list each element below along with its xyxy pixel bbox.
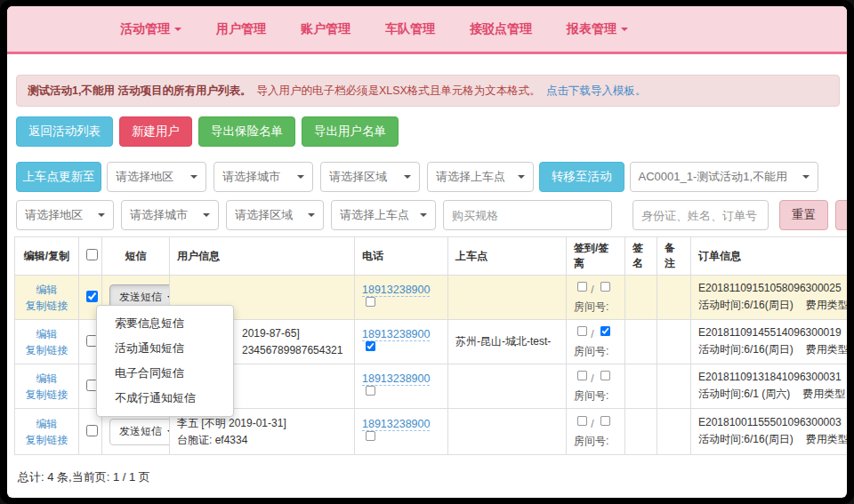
update-pickup-button[interactable]: 上车点更新至 (16, 162, 101, 192)
sms-dropdown-menu: 索要信息短信 活动通知短信 电子合同短信 不成行通知短信 (96, 305, 234, 417)
row-checkbox[interactable] (86, 291, 98, 302)
chevron-down-icon (190, 175, 197, 179)
select-value: 请选择上车点 (436, 169, 505, 185)
edit-link[interactable]: 编辑 (22, 416, 71, 432)
phone-link[interactable]: 18913238900 (362, 418, 430, 431)
nav-label: 报表管理 (567, 21, 616, 37)
checkout-checkbox[interactable] (600, 370, 610, 380)
select-value: 请选择区域 (235, 207, 293, 223)
phone-link[interactable]: 18913238900 (362, 284, 430, 297)
row-checkbox[interactable] (86, 425, 98, 436)
sign-separator: / (591, 328, 593, 340)
select-value: 请选择地区 (25, 207, 83, 223)
checkout-checkbox[interactable] (600, 415, 610, 425)
copy-link[interactable]: 复制链接 (22, 432, 71, 448)
copy-link[interactable]: 复制链接 (22, 342, 71, 358)
edit-link[interactable]: 编辑 (22, 326, 71, 342)
chevron-down-icon (420, 213, 427, 217)
phone-checkbox[interactable] (366, 297, 375, 307)
reset-button[interactable]: 重置 (779, 200, 828, 230)
nav-shuttle-point-management[interactable]: 接驳点管理 (470, 21, 532, 37)
menu-item-cancellation-notice-sms[interactable]: 不成行通知短信 (97, 386, 233, 411)
order-id: E20181109151058096300025 (698, 282, 847, 294)
order-fee-label: 费用类型 (806, 299, 847, 311)
pagination-summary: 总计: 4 条,当前页: 1 / 1 页 (18, 469, 847, 485)
note-cell (657, 276, 691, 320)
export-user-list-button[interactable]: 导出用户名单 (302, 116, 399, 147)
order-time: 活动时间:6/16(周日) (698, 299, 794, 311)
order-time: 活动时间:6/16(周日) (698, 433, 794, 445)
order-id: E20181109145514096300019 (698, 326, 847, 339)
checkout-checkbox[interactable] (600, 325, 610, 335)
transfer-to-activity-button[interactable]: 转移至活动 (539, 162, 624, 192)
nav-label: 账户管理 (301, 21, 350, 37)
chevron-down-icon (802, 175, 810, 179)
pickup-cell (448, 364, 567, 409)
select-all-checkbox[interactable] (86, 249, 98, 260)
room-number-label: 房间号: (574, 300, 617, 315)
col-edit-copy: 编辑/复制 (15, 237, 79, 276)
copy-link[interactable]: 复制链接 (22, 298, 71, 314)
select-value: 请选择城市 (222, 169, 280, 185)
phone-link[interactable]: 18913238900 (362, 372, 430, 386)
phone-checkbox[interactable] (366, 341, 375, 351)
spec-input[interactable] (443, 200, 612, 230)
nav-account-management[interactable]: 账户管理 (301, 21, 350, 37)
search-input[interactable] (632, 200, 769, 230)
nav-fleet-management[interactable]: 车队管理 (385, 21, 435, 37)
send-sms-button[interactable]: 发送短信 (109, 419, 170, 445)
order-fee-label: 费用类型 (802, 388, 845, 400)
order-time: 活动时间:6/16(周日) (698, 343, 794, 356)
select-value: 请选择区域 (329, 169, 387, 185)
col-signature: 签名 (625, 237, 657, 276)
nav-report-management[interactable]: 报表管理 (567, 21, 628, 37)
filter-city-select[interactable]: 请选择城市 (121, 200, 219, 230)
phone-checkbox[interactable] (366, 431, 375, 441)
top-navbar: 活动管理 用户管理 账户管理 车队管理 接驳点管理 报表管理 (7, 6, 847, 54)
checkout-checkbox[interactable] (600, 281, 610, 291)
phone-checkbox[interactable] (366, 386, 375, 396)
chevron-down-icon (404, 175, 411, 179)
district-select[interactable]: 请选择区域 (320, 162, 420, 192)
target-activity-select[interactable]: AC0001_1-测试活动1,不能用 (630, 162, 818, 192)
filter-region-select[interactable]: 请选择地区 (16, 200, 114, 230)
order-id: E20181001155501096300003 (698, 416, 847, 428)
edit-link[interactable]: 编辑 (22, 282, 71, 298)
user-info-line: 台胞证: ef4334 (177, 432, 347, 449)
menu-item-activity-notice-sms[interactable]: 活动通知短信 (97, 336, 233, 361)
room-number-label: 房间号: (574, 344, 617, 359)
region-select[interactable]: 请选择地区 (107, 162, 206, 192)
new-user-button[interactable]: 新建用户 (119, 116, 192, 147)
back-to-activity-list-button[interactable]: 返回活动列表 (16, 116, 113, 147)
phone-link[interactable]: 18913238900 (362, 328, 430, 341)
city-select[interactable]: 请选择城市 (214, 162, 313, 192)
action-toolbar: 返回活动列表 新建用户 导出保险名单 导出用户名单 (16, 116, 847, 147)
app-page: 活动管理 用户管理 账户管理 车队管理 接驳点管理 报表管理 测试活动1,不能用… (7, 6, 847, 498)
download-template-link[interactable]: 点击下载导入模板。 (546, 84, 647, 99)
checkin-checkbox[interactable] (577, 370, 587, 380)
edit-link[interactable]: 编辑 (22, 371, 71, 387)
checkin-checkbox[interactable] (577, 281, 587, 291)
chevron-down-icon (174, 28, 181, 31)
col-order-info: 订单信息 (691, 237, 848, 276)
filter-district-select[interactable]: 请选择区域 (226, 200, 324, 230)
chevron-down-icon (308, 213, 315, 217)
nav-user-management[interactable]: 用户管理 (216, 21, 266, 37)
checkin-checkbox[interactable] (577, 325, 587, 335)
col-sign: 签到/签离 (567, 237, 625, 276)
user-info-line: 李五 [不明 2019-01-31] (177, 415, 347, 432)
nav-label: 接驳点管理 (470, 21, 532, 37)
copy-link[interactable]: 复制链接 (22, 387, 71, 403)
alert-message: 导入用户的电子档必须是XLSX格式且单元格为文本格式。 (256, 84, 540, 99)
order-id: E20181109131841096300031 (698, 371, 847, 383)
filter-button[interactable]: 过滤 (835, 200, 847, 230)
export-insurance-list-button[interactable]: 导出保险名单 (198, 116, 295, 147)
select-value: 请选择上车点 (340, 207, 409, 223)
nav-activity-management[interactable]: 活动管理 (120, 21, 181, 37)
filter-pickup-select[interactable]: 请选择上车点 (331, 200, 436, 230)
pickup-point-select[interactable]: 请选择上车点 (427, 162, 534, 192)
menu-item-e-contract-sms[interactable]: 电子合同短信 (97, 361, 233, 386)
select-value: 请选择地区 (116, 169, 173, 185)
menu-item-request-info-sms[interactable]: 索要信息短信 (97, 311, 233, 336)
checkin-checkbox[interactable] (577, 415, 587, 425)
